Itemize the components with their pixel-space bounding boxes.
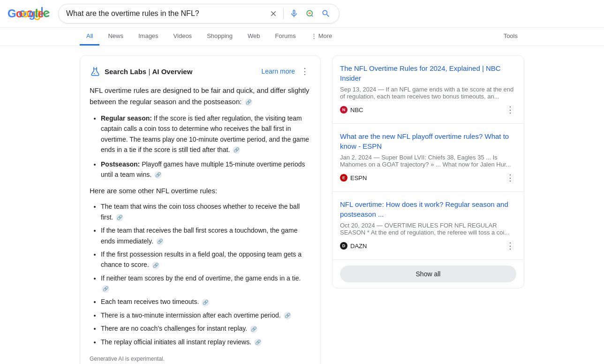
left-column: Search Labs | AI Overview Learn more ⋮ N… <box>80 55 321 364</box>
ai-bullets-list: Regular season: If the score is tied aft… <box>90 113 311 180</box>
bullet-postseason: Postseason: Playoff games have multiple … <box>101 159 311 180</box>
tab-all[interactable]: All <box>80 28 99 46</box>
cite-rule-5[interactable]: 🔗 <box>284 312 291 319</box>
cite-link-regular[interactable]: 🔗 <box>233 146 240 154</box>
bullet-term-postseason: Postseason: <box>101 160 140 168</box>
lens-button[interactable] <box>304 8 316 19</box>
cite-link-intro[interactable]: 🔗 <box>245 99 252 106</box>
result-card-1: What are the new NFL playoff overtime ru… <box>332 124 524 192</box>
google-logo[interactable]: Google <box>8 7 51 21</box>
ai-intro-text: NFL overtime rules are designed to be fa… <box>90 85 311 107</box>
other-rule-3: If neither team scores by the end of ove… <box>101 273 311 294</box>
result-source-2: D DAZN ⋮ <box>340 240 516 252</box>
result-card-2: NFL overtime: How does it work? Regular … <box>332 192 524 260</box>
search-input[interactable]: What are the overtime rules in the NFL? <box>66 9 264 18</box>
bullet-regular-season: Regular season: If the score is tied aft… <box>101 113 311 155</box>
source-info-1: E ESPN <box>340 174 367 182</box>
other-rules-title: Here are some other NFL overtime rules: <box>90 185 311 197</box>
result-date-0: Sep 13, 2024 — If an NFL game ends with … <box>340 86 516 100</box>
cite-rule-7[interactable]: 🔗 <box>254 339 262 346</box>
show-all-wrapper: Show all <box>332 260 524 288</box>
cite-rule-1[interactable]: 🔗 <box>156 238 164 245</box>
cite-rule-4[interactable]: 🔗 <box>202 299 209 306</box>
result-date-1: Jan 2, 2024 — Super Bowl LVII: Chiefs 38… <box>340 154 516 168</box>
other-rule-5: There is a two-minute intermission after… <box>101 310 311 320</box>
ai-overview-menu-button[interactable]: ⋮ <box>299 65 311 77</box>
cite-rule-0[interactable]: 🔗 <box>116 214 123 221</box>
result-date-2: Oct 20, 2024 — OVERTIME RULES FOR NFL RE… <box>340 222 516 236</box>
svg-point-2 <box>94 73 95 74</box>
cite-rule-2[interactable]: 🔗 <box>152 262 159 269</box>
cite-link-postseason[interactable]: 🔗 <box>154 171 162 179</box>
other-rules-list: The team that wins the coin toss chooses… <box>90 201 311 347</box>
espn-logo: E <box>340 174 347 182</box>
cite-rule-3[interactable]: 🔗 <box>102 285 109 293</box>
nav-tabs: All News Images Videos Shopping Web Foru… <box>0 28 604 46</box>
tab-more[interactable]: ⋮ More <box>304 28 339 46</box>
result-menu-1[interactable]: ⋮ <box>504 172 516 184</box>
tab-shopping[interactable]: Shopping <box>200 28 239 46</box>
nbc-logo: N <box>340 106 347 114</box>
other-rule-2: If the first possession results in a fie… <box>101 249 311 270</box>
source-name-2: DAZN <box>350 243 367 250</box>
search-icons <box>268 8 332 19</box>
clear-button[interactable] <box>268 8 279 19</box>
voice-search-button[interactable] <box>288 8 300 19</box>
divider <box>283 8 284 19</box>
tab-forums[interactable]: Forums <box>269 28 302 46</box>
right-panel: The NFL Overtime Rules for 2024, Explain… <box>332 55 524 288</box>
generative-ai-note: Generative AI is experimental. <box>90 355 311 364</box>
source-name-1: ESPN <box>350 174 367 182</box>
search-bar: What are the overtime rules in the NFL? <box>58 4 340 23</box>
source-name-0: NBC <box>350 106 363 114</box>
ai-body: NFL overtime rules are designed to be fa… <box>90 85 311 364</box>
result-title-1[interactable]: What are the new NFL playoff overtime ru… <box>340 131 516 151</box>
result-title-2[interactable]: NFL overtime: How does it work? Regular … <box>340 199 516 219</box>
tab-images[interactable]: Images <box>132 28 165 46</box>
source-info-0: N NBC <box>340 106 363 114</box>
source-info-2: D DAZN <box>340 242 367 250</box>
dazn-logo: D <box>340 242 347 250</box>
bullet-term-regular: Regular season: <box>101 114 152 122</box>
cite-rule-6[interactable]: 🔗 <box>250 326 257 333</box>
ai-overview-panel: Search Labs | AI Overview Learn more ⋮ N… <box>80 55 321 364</box>
ai-header-right: Learn more ⋮ <box>261 65 311 77</box>
ai-labs-icon <box>90 66 101 77</box>
right-column: The NFL Overtime Rules for 2024, Explain… <box>332 55 524 364</box>
search-bar-wrapper: What are the overtime rules in the NFL? <box>58 4 340 23</box>
result-menu-0[interactable]: ⋮ <box>504 104 516 116</box>
main-content: Search Labs | AI Overview Learn more ⋮ N… <box>0 46 604 364</box>
tab-videos[interactable]: Videos <box>167 28 199 46</box>
show-all-button[interactable]: Show all <box>340 265 516 282</box>
svg-point-4 <box>95 74 95 75</box>
result-title-0[interactable]: The NFL Overtime Rules for 2024, Explain… <box>340 63 516 83</box>
result-source-1: E ESPN ⋮ <box>340 172 516 184</box>
header: Google What are the overtime rules in th… <box>0 0 604 28</box>
tab-news[interactable]: News <box>101 28 130 46</box>
svg-point-3 <box>96 72 97 73</box>
more-dots-icon: ⋮ <box>311 32 317 39</box>
other-rule-0: The team that wins the coin toss chooses… <box>101 201 311 222</box>
learn-more-link[interactable]: Learn more <box>261 68 295 75</box>
ai-title: Search Labs | AI Overview <box>105 68 192 76</box>
result-card-0: The NFL Overtime Rules for 2024, Explain… <box>332 56 524 124</box>
search-button[interactable] <box>320 8 332 19</box>
other-rule-4: Each team receives two timeouts. 🔗 <box>101 296 311 307</box>
result-menu-2[interactable]: ⋮ <box>504 240 516 252</box>
ai-header-left: Search Labs | AI Overview <box>90 66 192 77</box>
other-rule-1: If the team that receives the ball first… <box>101 225 311 246</box>
other-rule-7: The replay official initiates all instan… <box>101 337 311 347</box>
other-rule-6: There are no coach's challenges for inst… <box>101 323 311 334</box>
tab-web[interactable]: Web <box>241 28 267 46</box>
ai-overview-header: Search Labs | AI Overview Learn more ⋮ <box>90 65 311 77</box>
tools-button[interactable]: Tools <box>497 28 524 46</box>
result-source-0: N NBC ⋮ <box>340 104 516 116</box>
